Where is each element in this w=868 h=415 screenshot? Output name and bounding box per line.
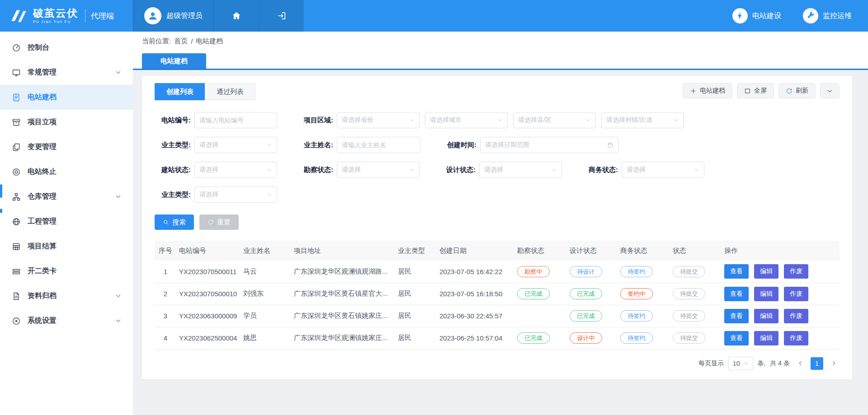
scrollbar-thumb[interactable]	[0, 209, 2, 213]
tab-pass-list[interactable]: 通过列表	[205, 83, 255, 100]
filter-label: 创建时间:	[440, 141, 476, 149]
sidebar-item-system-settings[interactable]: 系统设置	[0, 308, 133, 333]
breadcrumb-home[interactable]: 首页	[174, 37, 188, 46]
reset-label: 重置	[217, 218, 231, 227]
date-range-picker[interactable]: 请选择日期范围	[480, 137, 618, 153]
sidebar-item-class2-card[interactable]: 开二类卡	[0, 259, 133, 284]
status-badge: 设计中	[570, 332, 602, 344]
filter-label: 业主类型:	[155, 191, 191, 199]
calendar-icon	[607, 142, 613, 148]
page-number-1[interactable]: 1	[811, 357, 823, 370]
chevron-left-icon	[797, 360, 804, 367]
design-status-select[interactable]: 请选择	[479, 162, 562, 178]
page-tab-station-filing[interactable]: 电站建档	[142, 53, 206, 69]
owner-type-select[interactable]: 请选择	[194, 137, 277, 153]
status-badge: 勘察中	[517, 266, 550, 277]
add-station-label: 电站建档	[700, 87, 725, 95]
collapse-button[interactable]	[820, 83, 840, 98]
sidebar-item-label: 项目立项	[28, 117, 57, 127]
home-button[interactable]	[213, 0, 259, 32]
sidebar-item-change-management[interactable]: 变更管理	[0, 135, 133, 159]
survey-status-select[interactable]: 请选择	[337, 162, 420, 178]
edit-button[interactable]: 编辑	[754, 331, 778, 345]
scrollbar-thumb[interactable]	[0, 184, 2, 198]
void-button[interactable]: 作废	[784, 309, 808, 323]
logout-button[interactable]	[259, 0, 304, 32]
fullscreen-icon	[744, 88, 751, 94]
search-icon	[163, 219, 169, 225]
select-placeholder: 请选择省份	[342, 116, 373, 124]
view-button[interactable]: 查看	[724, 287, 749, 301]
sidebar-item-project-settlement[interactable]: 项目结算	[0, 234, 133, 259]
nav-monitor-ops[interactable]: 监控运维	[803, 8, 852, 23]
chevron-down-icon	[409, 167, 415, 173]
village-select[interactable]: 请选择村镇/街道	[601, 112, 684, 128]
view-button[interactable]: 查看	[724, 309, 749, 323]
sidebar-item-warehouse-management[interactable]: 仓库管理	[0, 184, 133, 209]
business-status-select[interactable]: 请选择	[622, 162, 704, 178]
main-card: 创建列表 通过列表 电站建档 全屏	[142, 76, 852, 379]
owner-type-select-2[interactable]: 请选择	[194, 187, 277, 203]
add-station-button[interactable]: 电站建档	[683, 83, 732, 98]
build-status-select[interactable]: 请选择	[194, 162, 277, 178]
chevron-down-icon	[115, 70, 121, 75]
col-created-at: 创建日期	[437, 241, 514, 261]
sidebar-item-label: 开二类卡	[28, 266, 57, 276]
filter-label: 电站编号:	[155, 116, 191, 125]
station-no-input[interactable]	[194, 112, 277, 128]
filter-station-no: 电站编号:	[155, 112, 277, 128]
refresh-icon	[786, 88, 793, 94]
document-icon	[12, 93, 21, 102]
fullscreen-button[interactable]: 全屏	[737, 83, 774, 98]
breadcrumb-current: 电站建档	[196, 37, 223, 46]
view-button[interactable]: 查看	[724, 331, 749, 345]
reset-button[interactable]: 重置	[199, 214, 239, 230]
search-button[interactable]: 搜索	[155, 214, 194, 230]
filter-label: 业主类型:	[155, 141, 191, 149]
fullscreen-label: 全屏	[754, 87, 767, 95]
sidebar-item-project-initiation[interactable]: 项目立项	[0, 110, 133, 135]
province-select[interactable]: 请选择省份	[337, 112, 420, 128]
search-label: 搜索	[172, 218, 186, 227]
sidebar-item-console[interactable]: 控制台	[0, 35, 133, 60]
per-page-select[interactable]: 10	[728, 357, 753, 370]
edit-button[interactable]: 编辑	[754, 309, 778, 323]
user-menu[interactable]: 超级管理员	[133, 0, 213, 32]
col-status: 状态	[670, 241, 722, 261]
void-button[interactable]: 作废	[784, 264, 808, 279]
col-address: 项目地址	[291, 241, 395, 261]
county-select[interactable]: 请选择县/区	[513, 112, 596, 128]
status-badge: 待签约	[620, 332, 653, 344]
tab-create-list[interactable]: 创建列表	[155, 83, 205, 100]
refresh-button[interactable]: 刷新	[778, 83, 816, 98]
edit-button[interactable]: 编辑	[754, 264, 778, 279]
status-badge: 待签约	[620, 266, 653, 277]
chevron-down-icon	[115, 293, 121, 299]
chevron-down-icon	[585, 117, 591, 123]
void-button[interactable]: 作废	[784, 331, 808, 345]
void-button[interactable]: 作废	[784, 287, 808, 301]
sidebar-item-station-termination[interactable]: 电站终止	[0, 159, 133, 184]
edit-button[interactable]: 编辑	[754, 287, 778, 301]
filter-owner-type-2: 业主类型: 请选择	[155, 187, 277, 203]
status-badge: 已完成	[517, 332, 550, 344]
filter-business-status: 商务状态: 请选择	[582, 162, 704, 178]
chevron-down-icon	[673, 117, 679, 123]
sidebar-item-general-management[interactable]: 常规管理	[0, 60, 133, 85]
breadcrumb-separator: /	[191, 37, 193, 45]
user-icon	[147, 10, 158, 21]
next-page-button[interactable]	[828, 360, 840, 367]
chevron-down-icon	[409, 117, 415, 123]
chevron-down-icon	[551, 167, 557, 173]
table-row: 3 YX2023063000009 学员 广东深圳龙华区黄石镇姚家庄... 居民…	[155, 305, 840, 327]
sidebar-item-label: 项目结算	[28, 242, 57, 251]
gear-icon	[12, 317, 21, 326]
owner-name-input[interactable]	[337, 137, 420, 153]
sidebar-item-engineering-management[interactable]: 工程管理	[0, 209, 133, 234]
sidebar-item-station-filing[interactable]: 电站建档	[0, 85, 133, 110]
sidebar-item-data-archive[interactable]: 资料归档	[0, 284, 133, 308]
nav-station-build[interactable]: 电站建设	[732, 8, 781, 23]
prev-page-button[interactable]	[794, 360, 806, 367]
view-button[interactable]: 查看	[724, 264, 749, 279]
city-select[interactable]: 请选择城市	[425, 112, 508, 128]
